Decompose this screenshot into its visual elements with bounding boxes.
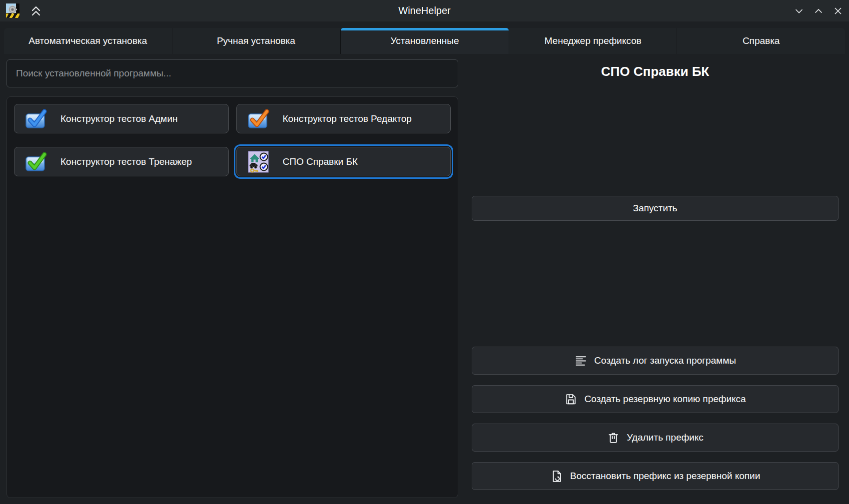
tab-label: Ручная установка (217, 35, 295, 46)
tab-prefix-manager[interactable]: Менеджер префиксов (509, 28, 678, 54)
selected-program-title: СПО Справки БК (472, 64, 839, 79)
run-button-label: Запустить (633, 203, 677, 214)
maximize-chevron-up-icon[interactable] (813, 5, 825, 17)
program-label: Конструктор тестов Админ (60, 113, 178, 124)
program-item-konstruktor-redaktor[interactable]: Конструктор тестов Редактор (236, 104, 451, 133)
spo-app-icon (247, 150, 270, 173)
action-label: Удалить префикс (627, 432, 704, 443)
create-log-button[interactable]: Создать лог запуска программы (472, 347, 839, 375)
backup-prefix-button[interactable]: Создать резервную копию префикса (472, 385, 839, 413)
program-label: СПО Справки БК (283, 156, 358, 167)
action-label: Создать резервную копию префикса (584, 394, 746, 405)
run-button[interactable]: Запустить (472, 196, 839, 221)
winehelper-app-icon (5, 3, 20, 18)
program-item-konstruktor-trenazher[interactable]: Конструктор тестов Тренажер (14, 147, 229, 176)
tab-manual-install[interactable]: Ручная установка (172, 28, 341, 54)
shade-window-button[interactable] (28, 4, 43, 18)
orange-check-icon (247, 107, 270, 130)
delete-prefix-button[interactable]: Удалить префикс (472, 424, 839, 452)
tab-help[interactable]: Справка (677, 28, 845, 54)
blue-check-icon (24, 107, 47, 130)
action-label: Восстановить префикс из резервной копии (570, 471, 761, 482)
close-icon[interactable] (832, 5, 844, 17)
active-tab-indicator (341, 28, 509, 30)
window-controls (793, 0, 844, 21)
tab-label: Справка (743, 35, 780, 46)
tab-automatic-install[interactable]: Автоматическая установка (4, 28, 172, 54)
program-label: Конструктор тестов Редактор (283, 113, 412, 124)
installed-programs-panel: Конструктор тестов Админ Конструктор тес… (6, 96, 458, 498)
titlebar[interactable]: WineHelper (0, 0, 849, 21)
log-lines-icon (574, 354, 588, 368)
restore-document-icon (550, 470, 564, 483)
tab-label: Менеджер префиксов (545, 35, 642, 46)
tab-label: Установленные (391, 35, 459, 46)
program-item-spo-spravki-bk[interactable]: СПО Справки БК (236, 147, 451, 176)
window-title: WineHelper (0, 0, 849, 21)
action-label: Создать лог запуска программы (594, 355, 736, 366)
program-label: Конструктор тестов Тренажер (60, 156, 192, 167)
floppy-disk-icon (564, 393, 578, 406)
program-item-konstruktor-admin[interactable]: Конструктор тестов Админ (14, 104, 229, 133)
restore-prefix-button[interactable]: Восстановить префикс из резервной копии (472, 462, 839, 490)
tab-bar: Автоматическая установка Ручная установк… (4, 28, 845, 54)
green-check-icon (24, 150, 47, 173)
double-chevron-up-icon (28, 4, 43, 18)
hazard-stripe (6, 13, 19, 18)
tab-installed[interactable]: Установленные (340, 28, 509, 54)
trash-icon (607, 431, 620, 445)
minimize-chevron-down-icon[interactable] (793, 5, 805, 17)
tab-label: Автоматическая установка (28, 35, 147, 46)
search-input[interactable] (6, 59, 458, 87)
